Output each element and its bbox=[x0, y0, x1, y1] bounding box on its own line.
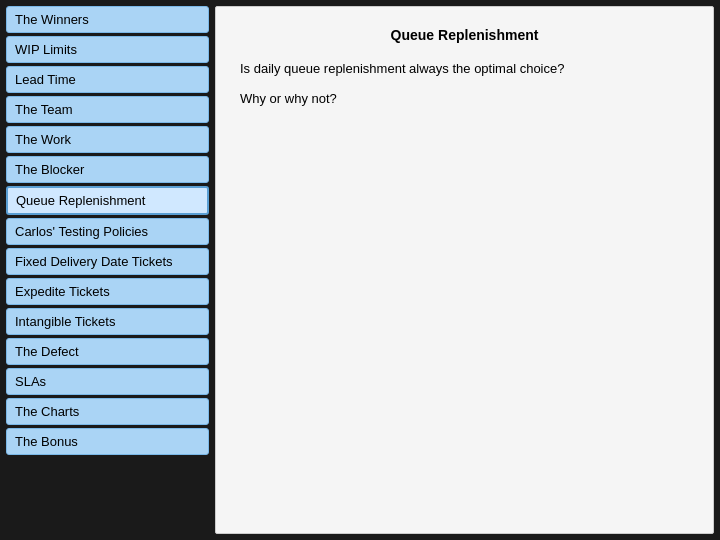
content-body: Is daily queue replenishment always the … bbox=[240, 59, 689, 108]
content-title: Queue Replenishment bbox=[240, 27, 689, 43]
main-content: Queue Replenishment Is daily queue reple… bbox=[215, 6, 714, 534]
sidebar-item-lead-time[interactable]: Lead Time bbox=[6, 66, 209, 93]
sidebar-item-wip-limits[interactable]: WIP Limits bbox=[6, 36, 209, 63]
sidebar-item-the-work[interactable]: The Work bbox=[6, 126, 209, 153]
sidebar-item-fixed-delivery[interactable]: Fixed Delivery Date Tickets bbox=[6, 248, 209, 275]
content-paragraph: Is daily queue replenishment always the … bbox=[240, 59, 689, 79]
sidebar-item-queue-replenishment[interactable]: Queue Replenishment bbox=[6, 186, 209, 215]
sidebar-item-the-bonus[interactable]: The Bonus bbox=[6, 428, 209, 455]
sidebar-item-the-team[interactable]: The Team bbox=[6, 96, 209, 123]
sidebar: The WinnersWIP LimitsLead TimeThe TeamTh… bbox=[0, 0, 215, 540]
sidebar-item-the-defect[interactable]: The Defect bbox=[6, 338, 209, 365]
sidebar-item-the-winners[interactable]: The Winners bbox=[6, 6, 209, 33]
sidebar-item-intangible-tickets[interactable]: Intangible Tickets bbox=[6, 308, 209, 335]
content-paragraph: Why or why not? bbox=[240, 89, 689, 109]
sidebar-item-carlos-testing[interactable]: Carlos' Testing Policies bbox=[6, 218, 209, 245]
sidebar-item-the-blocker[interactable]: The Blocker bbox=[6, 156, 209, 183]
sidebar-item-expedite-tickets[interactable]: Expedite Tickets bbox=[6, 278, 209, 305]
sidebar-item-the-charts[interactable]: The Charts bbox=[6, 398, 209, 425]
sidebar-item-slas[interactable]: SLAs bbox=[6, 368, 209, 395]
